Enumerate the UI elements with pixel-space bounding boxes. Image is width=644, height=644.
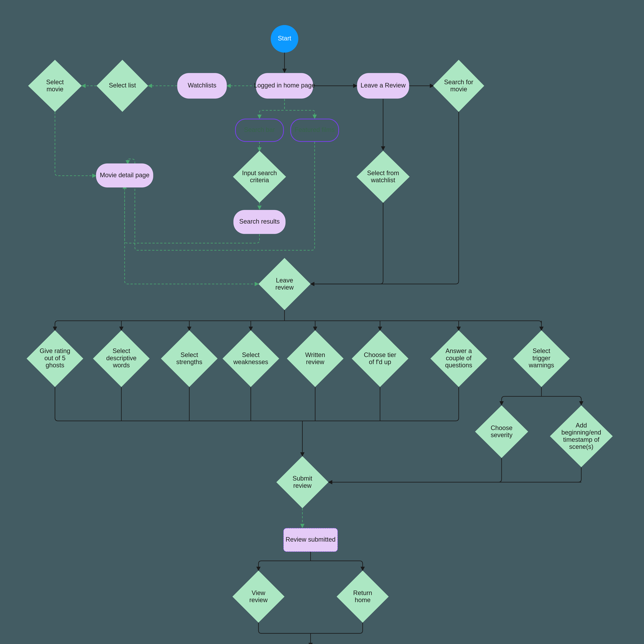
node-leave-review: Leavereview bbox=[259, 258, 311, 310]
edge-ts-down bbox=[578, 467, 581, 482]
node-featured: Featured films bbox=[291, 119, 339, 141]
node-timestamp: Addbeginning/endtimestamp ofscene(s) bbox=[550, 405, 613, 467]
node-leave-review-btn: Leave a Review bbox=[357, 73, 409, 99]
edge-sub-bus bbox=[259, 561, 363, 564]
edge-selectmovie-moviedetail bbox=[55, 112, 96, 176]
label-featured: Featured films bbox=[295, 126, 335, 133]
edge-featured-moviedetail bbox=[128, 142, 315, 250]
node-tier: Choose tierof f'd up bbox=[352, 330, 408, 387]
node-submitted: Review submitted bbox=[283, 528, 338, 552]
label-search-bar: Search bar bbox=[244, 126, 275, 133]
node-rating: Give ratingout of 5ghosts bbox=[27, 330, 83, 387]
label-search-results: Search results bbox=[239, 218, 280, 225]
node-submit: Submitreview bbox=[276, 456, 328, 508]
edge-return-down bbox=[360, 623, 363, 633]
label-movie-detail: Movie detail page bbox=[100, 171, 149, 179]
node-input-search: Input searchcriteria bbox=[233, 151, 286, 203]
node-start: Start bbox=[271, 25, 298, 53]
node-strengths: Selectstrengths bbox=[161, 330, 218, 387]
node-questions: Answer acouple ofquestions bbox=[430, 330, 487, 387]
node-search-movie: Search formovie bbox=[433, 60, 484, 112]
label-return-home: Returnhome bbox=[353, 589, 372, 604]
node-watchlists: Watchlists bbox=[177, 73, 227, 99]
edge-trigger-bus bbox=[502, 396, 581, 399]
node-select-watchlist: Select fromwatchlist bbox=[357, 151, 410, 203]
edge-home-featured bbox=[285, 99, 315, 118]
node-select-movie: Selectmovie bbox=[28, 60, 82, 112]
node-trigger: Selecttriggerwarnings bbox=[513, 330, 570, 387]
label-start: Start bbox=[278, 35, 291, 42]
node-movie-detail: Movie detail page bbox=[96, 163, 153, 187]
node-select-list: Select list bbox=[97, 60, 148, 112]
label-severity: Chooseseverity bbox=[491, 424, 513, 439]
label-view-review: Viewreview bbox=[249, 589, 268, 604]
label-submitted: Review submitted bbox=[286, 536, 336, 543]
node-written: Writtenreview bbox=[287, 330, 344, 387]
label-submit: Submitreview bbox=[293, 475, 312, 489]
edge-view-down bbox=[259, 623, 262, 633]
node-weaknesses: Selectweaknesses bbox=[222, 330, 279, 387]
flowchart-canvas: Start Logged in home page Watchlists Lea… bbox=[0, 0, 644, 644]
label-select-watchlist: Select fromwatchlist bbox=[367, 169, 399, 184]
edge-fan-bus bbox=[55, 321, 541, 324]
node-severity: Chooseseverity bbox=[475, 405, 528, 458]
edge-sev-down bbox=[499, 458, 502, 482]
node-return-home: Returnhome bbox=[337, 571, 389, 623]
edge-selectwatchlist-leavereview bbox=[311, 203, 383, 284]
label-questions: Answer acouple ofquestions bbox=[445, 347, 472, 369]
label-written: Writtenreview bbox=[305, 351, 325, 366]
label-leave-review-btn: Leave a Review bbox=[361, 82, 406, 89]
node-search-bar: Search bar bbox=[235, 119, 283, 141]
label-select-movie: Selectmovie bbox=[46, 78, 64, 93]
label-leave-review: Leavereview bbox=[275, 277, 294, 291]
node-view-review: Viewreview bbox=[232, 571, 285, 623]
node-descriptive: Selectdescriptivewords bbox=[93, 330, 150, 387]
edge-moviedetail-leavereview bbox=[125, 188, 259, 284]
label-home: Logged in home page bbox=[254, 82, 315, 89]
label-watchlists: Watchlists bbox=[188, 82, 216, 89]
node-search-results: Search results bbox=[233, 210, 286, 234]
edge-home-searchbar bbox=[260, 99, 285, 118]
edge-conv-bus bbox=[55, 418, 459, 421]
node-home: Logged in home page bbox=[254, 73, 315, 99]
label-select-list: Select list bbox=[109, 82, 136, 89]
